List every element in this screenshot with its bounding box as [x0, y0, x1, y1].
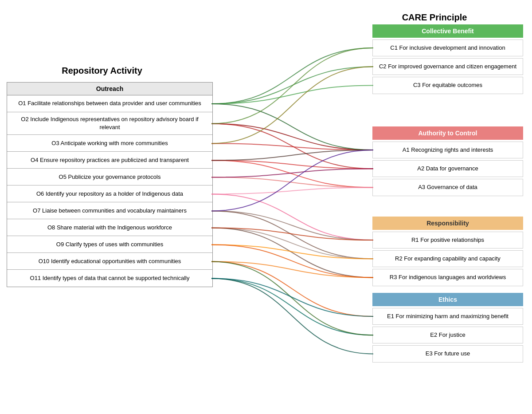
principle-c2: C2 For improved governance and citizen e… [372, 58, 523, 75]
principle-e3: E3 For future use [372, 345, 523, 362]
activity-o11: O11 Identify types of data that cannot b… [7, 270, 212, 287]
principle-a1: A1 Recognizing rights and interests [372, 142, 523, 158]
principle-r1: R1 For positive relationships [372, 232, 523, 248]
principle-r2: R2 For expanding capability and capacity [372, 250, 523, 267]
activity-o8: O8 Share material with the Indigenous wo… [7, 219, 212, 236]
activity-o3: O3 Anticipate working with more communit… [7, 135, 212, 152]
outreach-header: Outreach [7, 83, 212, 95]
principle-e1: E1 For minimizing harm and maximizing be… [372, 308, 523, 325]
activity-o6: O6 Identify your repository as a holder … [7, 185, 212, 202]
principle-a2: A2 Data for governance [372, 160, 523, 177]
principle-e2: E2 For justice [372, 327, 523, 343]
right-title: CARE Principle [364, 12, 505, 23]
principle-a3: A3 Governance of data [372, 179, 523, 196]
authority-header: Authority to Control [372, 126, 523, 140]
activity-o1: O1 Facilitate relationships between data… [7, 95, 212, 112]
activity-o4: O4 Ensure repository practices are publi… [7, 152, 212, 169]
activity-o5: O5 Publicize your governance protocols [7, 169, 212, 185]
principle-c3: C3 For equitable outcomes [372, 77, 523, 94]
authority-section: Authority to Control A1 Recognizing righ… [372, 126, 523, 198]
collective-header: Collective Benefit [372, 24, 523, 38]
activity-o9: O9 Clarify types of uses with communitie… [7, 236, 212, 253]
activity-o10: O10 Identify educational opportunities w… [7, 253, 212, 270]
left-panel: Outreach O1 Facilitate relationships bet… [7, 82, 213, 287]
responsibility-header: Responsibility [372, 217, 523, 230]
responsibility-section: Responsibility R1 For positive relations… [372, 217, 523, 288]
ethics-header: Ethics [372, 293, 523, 306]
ethics-section: Ethics E1 For minimizing harm and maximi… [372, 293, 523, 364]
principle-r3: R3 For indigenous languages and worldvie… [372, 269, 523, 286]
activity-o7: O7 Liaise between communities and vocabu… [7, 202, 212, 219]
principle-c1: C1 For inclusive development and innovat… [372, 39, 523, 56]
activity-o2: O2 Include Indigenous representatives on… [7, 112, 212, 135]
collective-section: Collective Benefit C1 For inclusive deve… [372, 24, 523, 96]
left-title: Repository Activity [35, 66, 168, 76]
